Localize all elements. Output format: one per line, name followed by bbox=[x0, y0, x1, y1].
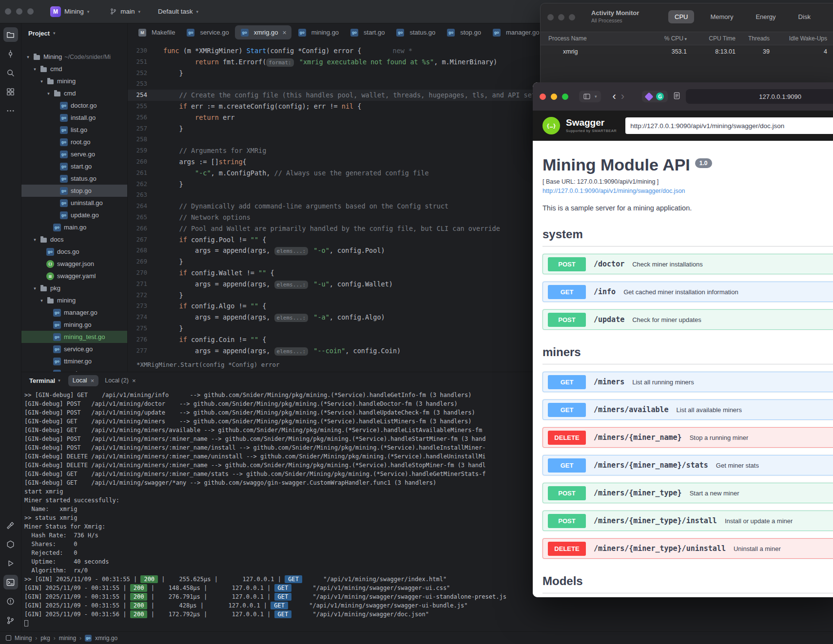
search-tool-button[interactable] bbox=[3, 65, 18, 80]
tree-item-docs[interactable]: ▾docs bbox=[21, 233, 127, 246]
tab-stop.go[interactable]: stop.go bbox=[441, 25, 486, 39]
tab-manager.go[interactable]: manager.go bbox=[487, 25, 544, 39]
endpoint-POST-/miners/{miner_type}[interactable]: POST/miners/{miner_type}Start a new mine… bbox=[542, 483, 833, 503]
section-title-miners[interactable]: miners bbox=[542, 345, 833, 364]
endpoint-POST-/update[interactable]: POST/updateCheck for miner updates bbox=[542, 309, 833, 330]
tree-item-status.go[interactable]: status.go bbox=[21, 172, 127, 185]
minimize-button[interactable] bbox=[551, 94, 557, 100]
back-button[interactable]: ‹ bbox=[613, 91, 616, 102]
close-tab-icon[interactable]: × bbox=[283, 29, 287, 37]
branch-selector[interactable]: main ▾ bbox=[110, 8, 140, 15]
breadcrumb-item-xmrig.go[interactable]: xmrig.go bbox=[95, 635, 117, 642]
section-title-system[interactable]: system bbox=[542, 227, 833, 246]
zoom-button[interactable] bbox=[27, 8, 34, 15]
api-doc-link[interactable]: http://127.0.0.1:9090/api/v1/mining/swag… bbox=[542, 188, 833, 194]
endpoint-DELETE-/miners/{miner_type}/uninstall[interactable]: DELETE/miners/{miner_type}/uninstallUnin… bbox=[542, 538, 833, 559]
services-button[interactable] bbox=[3, 537, 18, 551]
tree-item-docs.go[interactable]: docs.go bbox=[21, 246, 127, 258]
project-tool-button[interactable] bbox=[3, 27, 18, 42]
task-selector[interactable]: Default task ▾ bbox=[158, 8, 198, 15]
forward-button[interactable]: › bbox=[621, 91, 624, 102]
problems-button[interactable] bbox=[3, 594, 18, 608]
tab-mining.go[interactable]: mining.go bbox=[292, 25, 344, 39]
am-column-Process Name[interactable]: Process Name bbox=[541, 35, 653, 42]
zoom-button[interactable] bbox=[569, 14, 575, 20]
structure-tool-button[interactable] bbox=[3, 84, 18, 99]
am-column-CPU Time[interactable]: CPU Time bbox=[695, 35, 743, 42]
endpoint-GET-/info[interactable]: GET/infoGet cached miner installation in… bbox=[542, 282, 833, 302]
tree-item-list.go[interactable]: list.go bbox=[21, 124, 127, 136]
tree-item-update.go[interactable]: update.go bbox=[21, 209, 127, 221]
tree-item-mining_test.go[interactable]: mining_test.go bbox=[21, 331, 127, 343]
terminal-tab-Local (2)[interactable]: Local (2)× bbox=[100, 375, 140, 386]
minimize-button[interactable] bbox=[16, 8, 22, 15]
grammarly-icon[interactable]: G bbox=[656, 93, 664, 100]
breadcrumb-item-mining[interactable]: mining bbox=[59, 635, 76, 642]
chevron-down-icon[interactable]: ▾ bbox=[24, 55, 32, 59]
tree-item-stop.go[interactable]: stop.go bbox=[21, 185, 127, 197]
tab-Makefile[interactable]: Makefile bbox=[133, 25, 180, 39]
tree-item-ttminer.go[interactable]: ttminer.go bbox=[21, 355, 127, 367]
tree-item-mining[interactable]: ▾mining bbox=[21, 75, 127, 87]
endpoint-POST-/miners/{miner_type}/install[interactable]: POST/miners/{miner_type}/installInstall … bbox=[542, 511, 833, 531]
sidebar-toggle[interactable]: ▾ bbox=[579, 91, 601, 102]
endpoint-DELETE-/miners/{miner_name}[interactable]: DELETE/miners/{miner_name}Stop a running… bbox=[542, 427, 833, 448]
project-selector[interactable]: M Mining ▾ bbox=[50, 6, 89, 17]
terminal-title[interactable]: Terminal ▾ bbox=[29, 377, 60, 384]
endpoint-GET-/miners/available[interactable]: GET/miners/availableList all available m… bbox=[542, 399, 833, 420]
tree-item-doctor.go[interactable]: doctor.go bbox=[21, 99, 127, 112]
swagger-url-input[interactable]: http://127.0.0.1:9090/api/v1/mining/swag… bbox=[625, 117, 833, 134]
tree-item-swagger.yaml[interactable]: swagger.yaml bbox=[21, 270, 127, 282]
close-icon[interactable]: × bbox=[132, 377, 136, 384]
tree-item-swagger.json[interactable]: swagger.json bbox=[21, 258, 127, 270]
breadcrumb-item-Mining[interactable]: Mining bbox=[15, 635, 32, 642]
tree-item-mining[interactable]: ▾mining bbox=[21, 294, 127, 306]
more-tools-button[interactable] bbox=[3, 103, 18, 118]
address-bar[interactable]: 127.0.0.1:9090 bbox=[686, 89, 833, 104]
tree-item-pkg[interactable]: ▾pkg bbox=[21, 282, 127, 294]
tree-item-Mining[interactable]: ▾Mining~/Code/snider/Mi bbox=[21, 51, 127, 63]
chevron-down-icon[interactable]: ▾ bbox=[38, 298, 45, 303]
zoom-button[interactable] bbox=[562, 94, 568, 100]
tree-item-serve.go[interactable]: serve.go bbox=[21, 148, 127, 160]
tree-item-cmd[interactable]: ▾cmd bbox=[21, 87, 127, 99]
tab-service.go[interactable]: service.go bbox=[181, 25, 233, 39]
commit-tool-button[interactable] bbox=[3, 46, 18, 61]
tree-item-root.go[interactable]: root.go bbox=[21, 136, 127, 148]
am-tab-Network[interactable]: Network bbox=[827, 10, 833, 23]
version-control-button[interactable] bbox=[3, 613, 18, 627]
close-button[interactable] bbox=[547, 14, 554, 20]
am-column-% CPU[interactable]: % CPU ▾ bbox=[653, 35, 695, 42]
tree-item-main.go[interactable]: main.go bbox=[21, 221, 127, 233]
project-panel-header[interactable]: Project ▾ bbox=[21, 23, 127, 43]
chevron-down-icon[interactable]: ▾ bbox=[31, 67, 39, 72]
run-button[interactable] bbox=[3, 556, 18, 570]
terminal-tab-Local[interactable]: Local× bbox=[68, 375, 98, 386]
tree-item-mining.go[interactable]: mining.go bbox=[21, 319, 127, 331]
chevron-down-icon[interactable]: ▾ bbox=[38, 79, 45, 84]
tree-item-version.go[interactable]: version.go bbox=[21, 367, 127, 372]
tab-status.go[interactable]: status.go bbox=[390, 25, 440, 39]
am-column-Idle Wake-Ups[interactable]: Idle Wake-Ups bbox=[777, 35, 833, 42]
tab-xmrig.go[interactable]: xmrig.go× bbox=[235, 25, 291, 39]
close-button[interactable] bbox=[540, 94, 546, 100]
terminal-tool-button[interactable] bbox=[3, 575, 18, 589]
endpoint-GET-/miners/{miner_name}/stats[interactable]: GET/miners/{miner_name}/statsGet miner s… bbox=[542, 455, 833, 475]
process-row[interactable]: xmrig353.18:13.01394 bbox=[541, 45, 833, 58]
breadcrumb-item-pkg[interactable]: pkg bbox=[40, 635, 50, 642]
chevron-down-icon[interactable]: ▾ bbox=[31, 286, 39, 291]
am-tab-Disk[interactable]: Disk bbox=[792, 10, 817, 23]
am-tab-CPU[interactable]: CPU bbox=[668, 10, 694, 23]
page-settings-button[interactable] bbox=[673, 92, 681, 102]
section-title-Models[interactable]: Models bbox=[542, 574, 833, 593]
am-column-Threads[interactable]: Threads bbox=[743, 35, 777, 42]
am-tab-Energy[interactable]: Energy bbox=[749, 10, 782, 23]
extension-icon[interactable] bbox=[644, 92, 653, 101]
tree-item-cmd[interactable]: ▾cmd bbox=[21, 63, 127, 75]
minimize-button[interactable] bbox=[558, 14, 564, 20]
am-tab-Memory[interactable]: Memory bbox=[704, 10, 739, 23]
endpoint-GET-/miners[interactable]: GET/minersList all running miners bbox=[542, 372, 833, 392]
close-icon[interactable]: × bbox=[91, 377, 95, 384]
tools-button[interactable] bbox=[3, 518, 18, 532]
tree-item-uninstall.go[interactable]: uninstall.go bbox=[21, 197, 127, 209]
